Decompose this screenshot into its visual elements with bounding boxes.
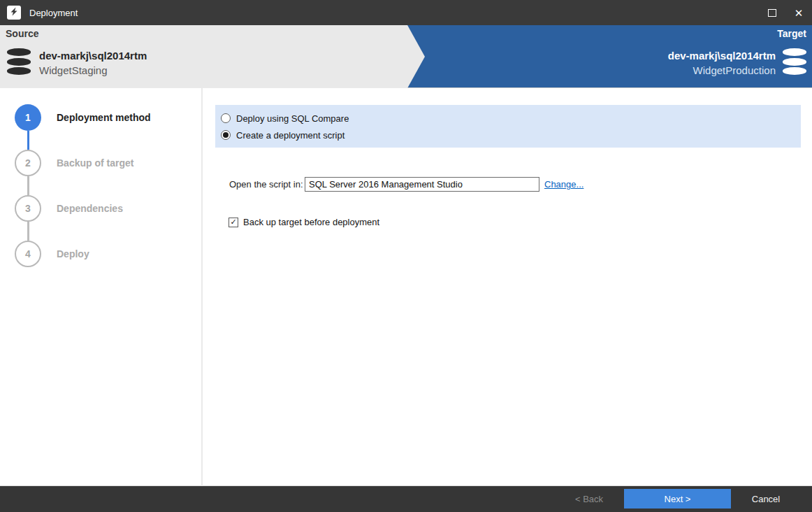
database-icon bbox=[783, 48, 806, 75]
window-title: Deployment bbox=[29, 8, 78, 18]
step-backup-of-target: 2 Backup of target bbox=[0, 150, 201, 176]
backup-target-checkbox[interactable]: ✓ Back up target before deployment bbox=[229, 217, 379, 227]
step-connector bbox=[27, 222, 29, 241]
open-script-in-input[interactable] bbox=[305, 177, 539, 192]
back-button[interactable]: < Back bbox=[554, 489, 624, 509]
step-2-circle: 2 bbox=[15, 150, 41, 176]
target-database-info: dev-markj\sql2014rtm WidgetProduction bbox=[668, 48, 806, 78]
target-database-name: WidgetProduction bbox=[668, 63, 776, 78]
close-icon: ✕ bbox=[795, 8, 804, 18]
source-panel: Source dev-markj\sql2014rtm WidgetStagin… bbox=[0, 25, 425, 88]
change-link[interactable]: Change... bbox=[544, 179, 583, 190]
database-icon bbox=[7, 48, 31, 75]
step-deployment-method: 1 Deployment method bbox=[0, 104, 201, 131]
source-label: Source bbox=[6, 28, 38, 39]
checkbox-checked-icon: ✓ bbox=[229, 218, 238, 227]
sql-compare-app-icon bbox=[7, 6, 21, 20]
radio-unselected-icon bbox=[221, 113, 231, 123]
step-3-circle: 3 bbox=[15, 195, 41, 222]
step-connector bbox=[27, 176, 29, 195]
wizard-steps-sidebar: 1 Deployment method 2 Backup of target 3… bbox=[0, 88, 203, 486]
source-database-info: dev-markj\sql2014rtm WidgetStaging bbox=[7, 48, 147, 78]
target-server-name: dev-markj\sql2014rtm bbox=[668, 48, 776, 63]
radio-create-deployment-script[interactable]: Create a deployment script bbox=[221, 127, 801, 143]
next-button[interactable]: Next > bbox=[624, 489, 731, 509]
radio-deploy-using-sql-compare[interactable]: Deploy using SQL Compare bbox=[221, 110, 801, 127]
cancel-button[interactable]: Cancel bbox=[731, 489, 801, 509]
maximize-icon bbox=[768, 9, 776, 17]
target-label: Target bbox=[777, 28, 806, 39]
close-button[interactable]: ✕ bbox=[785, 0, 812, 25]
source-target-header: Target dev-markj\sql2014rtm WidgetProduc… bbox=[0, 25, 812, 88]
step-deploy: 4 Deploy bbox=[0, 241, 201, 267]
step-1-circle: 1 bbox=[15, 104, 41, 131]
deployment-method-options: Deploy using SQL Compare Create a deploy… bbox=[215, 105, 801, 148]
step-4-circle: 4 bbox=[15, 241, 41, 267]
source-server-name: dev-markj\sql2014rtm bbox=[39, 48, 147, 63]
source-database-name: WidgetStaging bbox=[39, 63, 147, 78]
titlebar: Deployment ✕ bbox=[0, 0, 812, 25]
maximize-button[interactable] bbox=[759, 0, 785, 25]
radio-selected-icon bbox=[221, 130, 231, 140]
open-script-in-label: Open the script in: bbox=[229, 179, 303, 190]
wizard-footer: < Back Next > Cancel bbox=[0, 486, 812, 512]
deployment-method-content: Deploy using SQL Compare Create a deploy… bbox=[203, 88, 812, 486]
step-connector bbox=[27, 131, 29, 150]
step-dependencies: 3 Dependencies bbox=[0, 195, 201, 222]
